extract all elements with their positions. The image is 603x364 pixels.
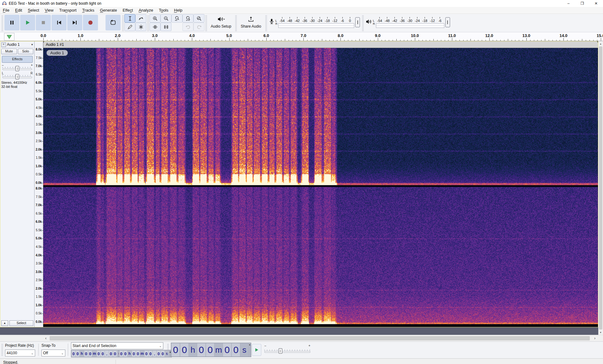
clip-title-bar[interactable]: Audio 1 #1 bbox=[43, 41, 598, 48]
time-digit[interactable]: . bbox=[105, 351, 109, 357]
menu-tools[interactable]: Tools bbox=[156, 7, 171, 13]
time-digit[interactable]: . bbox=[153, 351, 156, 357]
scroll-left-arrow[interactable]: ‹ bbox=[43, 335, 49, 341]
effects-button[interactable]: Effects bbox=[2, 56, 33, 63]
play-meter-slider-handle[interactable] bbox=[445, 17, 450, 27]
tools-toolbar-grip[interactable] bbox=[122, 15, 124, 31]
time-digit[interactable]: 0 bbox=[171, 343, 180, 356]
collapse-track-button[interactable]: ▲ bbox=[1, 320, 8, 326]
selection-start-field[interactable]: 00h00m00.00s▾ bbox=[71, 350, 124, 357]
pan-slider-thumb[interactable] bbox=[15, 74, 19, 79]
menu-select[interactable]: Select bbox=[25, 7, 42, 13]
close-button[interactable]: ✕ bbox=[589, 0, 603, 7]
time-digit[interactable]: 0 bbox=[113, 351, 117, 357]
time-digit[interactable]: 0 bbox=[97, 351, 100, 357]
horizontal-scrollbar[interactable]: ‹ › bbox=[0, 335, 603, 341]
play-at-speed-button[interactable] bbox=[252, 344, 261, 356]
time-digit[interactable]: 0 bbox=[206, 343, 214, 356]
draw-tool-button[interactable] bbox=[124, 23, 135, 31]
mute-button[interactable]: Mute bbox=[1, 49, 17, 54]
time-digit[interactable]: 0 bbox=[72, 351, 75, 357]
select-track-button[interactable]: Select bbox=[9, 320, 33, 326]
time-digit[interactable]: 0 bbox=[84, 351, 88, 357]
selection-tool-button[interactable] bbox=[124, 14, 135, 23]
zoom-out-button[interactable] bbox=[160, 14, 171, 23]
horizontal-scrollbar-thumb[interactable] bbox=[50, 336, 590, 340]
audio-setup-button[interactable]: Audio Setup bbox=[208, 14, 234, 30]
zoom-selection-button[interactable] bbox=[171, 14, 182, 23]
pause-button[interactable] bbox=[4, 15, 19, 30]
menu-edit[interactable]: Edit bbox=[12, 7, 25, 13]
playback-meter[interactable]: LR -54-48-42-36-30-24-18-12-6 bbox=[364, 14, 451, 30]
time-digit[interactable]: 0 bbox=[157, 351, 160, 357]
edit-toolbar-grip[interactable] bbox=[147, 15, 149, 31]
gain-slider-thumb[interactable] bbox=[15, 66, 19, 71]
share-audio-grip[interactable] bbox=[235, 15, 237, 31]
vertical-scrollbar-thumb[interactable] bbox=[599, 46, 602, 329]
solo-button[interactable]: Solo bbox=[18, 49, 34, 54]
selbar-grip-1[interactable] bbox=[1, 344, 3, 356]
time-digit[interactable]: 0 bbox=[123, 351, 127, 357]
time-digit[interactable]: 0 bbox=[149, 351, 152, 357]
snap-to-combo[interactable]: Off ⌄ bbox=[41, 350, 65, 356]
time-digit[interactable]: 0 bbox=[76, 351, 79, 357]
time-digit[interactable]: 0 bbox=[232, 343, 240, 356]
audio-setup-grip[interactable] bbox=[205, 15, 207, 31]
time-digit[interactable]: 0 bbox=[132, 351, 136, 357]
time-digit[interactable]: 0 bbox=[223, 343, 231, 356]
selbar-grip-3[interactable] bbox=[248, 344, 250, 356]
zoom-toggle-button[interactable] bbox=[193, 14, 204, 23]
undo-button[interactable] bbox=[182, 23, 193, 31]
menu-view[interactable]: View bbox=[42, 7, 57, 13]
time-digit[interactable]: 0 bbox=[197, 343, 205, 356]
scroll-right-arrow[interactable]: › bbox=[592, 335, 598, 341]
record-button[interactable] bbox=[83, 15, 98, 30]
selection-end-field[interactable]: 00h00m00.00s▾ bbox=[119, 350, 172, 357]
time-digit[interactable]: 0 bbox=[136, 351, 140, 357]
menu-analyze[interactable]: Analyze bbox=[136, 7, 156, 13]
frequency-ruler[interactable]: 8.0k7.5k7.0k6.5k6.0k5.5k5.0k4.5k4.0k3.5k… bbox=[35, 41, 43, 327]
timeline-ruler[interactable]: 0.01.02.03.04.05.06.07.08.09.010.011.012… bbox=[0, 32, 603, 41]
time-digit[interactable]: 0 bbox=[119, 351, 123, 357]
menu-file[interactable]: File bbox=[0, 7, 12, 13]
timeline-options-button[interactable] bbox=[4, 33, 14, 40]
redo-button[interactable] bbox=[193, 23, 204, 31]
selbar-grip-2[interactable] bbox=[167, 344, 169, 356]
time-digit[interactable]: 0 bbox=[180, 343, 188, 356]
time-digit[interactable]: 0 bbox=[161, 351, 165, 357]
scroll-down-arrow[interactable]: ▼ bbox=[598, 330, 603, 335]
menu-generate[interactable]: Generate bbox=[97, 7, 120, 13]
play-meter-grip[interactable] bbox=[362, 15, 364, 31]
record-meter[interactable]: LR -54-48-42-36-30-24-18-12-60 bbox=[268, 14, 361, 30]
menu-transport[interactable]: Transport bbox=[56, 7, 79, 13]
skip-to-start-button[interactable] bbox=[52, 15, 67, 30]
selection-mode-combo[interactable]: Start and End of Selection ⌄ bbox=[71, 342, 163, 349]
time-digit[interactable]: 0 bbox=[144, 351, 148, 357]
time-digit[interactable]: 0 bbox=[101, 351, 105, 357]
time-digit[interactable]: 0 bbox=[109, 351, 113, 357]
time-digit[interactable]: 0 bbox=[88, 351, 92, 357]
envelope-tool-button[interactable] bbox=[135, 14, 146, 23]
playback-speed-slider[interactable]: – + bbox=[264, 344, 311, 355]
vertical-scrollbar[interactable]: ▲ ▼ bbox=[598, 41, 603, 335]
loop-button[interactable] bbox=[106, 15, 121, 30]
speed-slider-thumb[interactable] bbox=[279, 348, 282, 354]
transport-toolbar-grip[interactable] bbox=[1, 15, 3, 31]
track-menu-arrow-icon[interactable]: ▼ bbox=[31, 43, 33, 46]
skip-to-end-button[interactable] bbox=[67, 15, 82, 30]
multi-tool-button[interactable] bbox=[135, 23, 146, 31]
spectrogram-canvas[interactable] bbox=[43, 48, 598, 324]
track-name[interactable]: Audio 1 bbox=[7, 42, 30, 47]
scroll-up-arrow[interactable]: ▲ bbox=[598, 41, 603, 46]
menu-tracks[interactable]: Tracks bbox=[79, 7, 97, 13]
menu-effect[interactable]: Effect bbox=[120, 7, 136, 13]
play-button[interactable] bbox=[20, 15, 35, 30]
record-meter-slider-handle[interactable] bbox=[355, 17, 360, 27]
menu-help[interactable]: Help bbox=[171, 7, 185, 13]
project-rate-combo[interactable]: 44100 ⌄ bbox=[5, 350, 35, 356]
share-audio-button[interactable]: Share Audio bbox=[237, 14, 264, 30]
pan-slider[interactable]: L R bbox=[2, 72, 33, 79]
silence-audio-button[interactable] bbox=[160, 23, 171, 31]
zoom-in-button[interactable] bbox=[149, 14, 160, 23]
gain-slider[interactable]: – + bbox=[2, 63, 33, 71]
